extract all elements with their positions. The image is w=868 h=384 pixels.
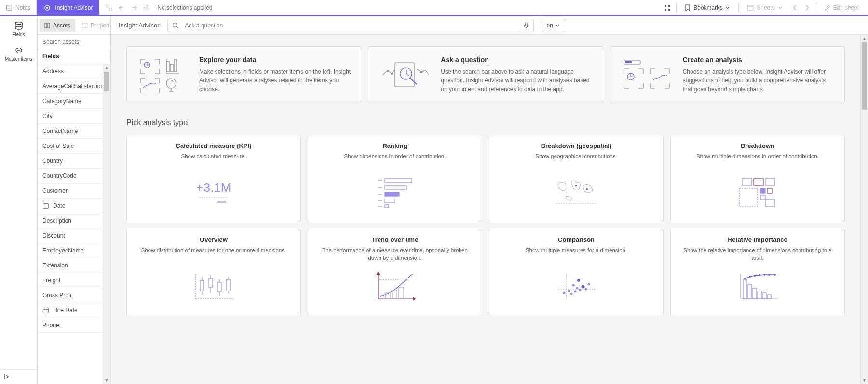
fields-scrollbar[interactable]: ▲ ▼ [103, 64, 110, 384]
analysis-relative[interactable]: Relative importance Show the relative im… [670, 229, 845, 316]
fields-list: AddressAverageCallSatisfactionCategoryNa… [38, 64, 103, 384]
field-item[interactable]: CategoryName [38, 94, 103, 109]
scroll-thumb[interactable] [104, 72, 109, 91]
svg-rect-6 [109, 8, 112, 11]
field-item[interactable]: Description [38, 213, 103, 228]
field-item[interactable]: EmployeeName [38, 243, 103, 258]
nav-fields[interactable]: Fields [0, 16, 37, 41]
search-assets-input[interactable] [38, 35, 110, 49]
analysis-kpi[interactable]: Calculated measure (KPI) Show calculated… [126, 135, 301, 222]
bookmarks-button[interactable]: Bookmarks [679, 1, 735, 14]
intro-create-title: Create an analysis [683, 56, 835, 64]
svg-rect-112 [767, 295, 771, 299]
analysis-ranking-desc: Show dimensions in order of contribution… [316, 152, 474, 168]
field-item[interactable]: Freight [38, 273, 103, 288]
sheets-button[interactable]: Sheets [742, 1, 787, 14]
prev-sheet-button[interactable] [789, 2, 800, 13]
analysis-geospatial[interactable]: Breakdown (geospatial) Show geographical… [489, 135, 664, 222]
svg-point-98 [576, 287, 579, 290]
svg-rect-13 [668, 9, 670, 11]
analysis-breakdown-desc: Show multiple dimensions in order of con… [678, 152, 837, 168]
field-item[interactable]: ContactName [38, 124, 103, 139]
field-item[interactable]: CountryCode [38, 169, 103, 184]
scroll-thumb[interactable] [862, 42, 867, 110]
field-item[interactable]: AverageCallSatisfaction [38, 79, 103, 94]
field-item[interactable]: Hire Date [38, 303, 103, 318]
nav-master-items[interactable]: Master items [0, 41, 37, 66]
edit-sheet-button[interactable]: Edit sheet [819, 1, 864, 14]
svg-rect-46 [625, 61, 632, 63]
database-icon [14, 21, 24, 30]
grid-icon-button[interactable] [662, 2, 673, 13]
field-label: Extension [42, 262, 68, 269]
field-item[interactable]: Cost of Sale [38, 139, 103, 154]
field-item[interactable]: City [38, 109, 103, 124]
svg-rect-0 [7, 5, 12, 10]
field-item[interactable]: Extension [38, 258, 103, 273]
collapse-nav-button[interactable] [0, 369, 37, 384]
content-scrollbar[interactable]: ▲ ▼ [860, 35, 868, 384]
field-item[interactable]: Customer [38, 184, 103, 199]
next-sheet-button[interactable] [801, 2, 813, 13]
insight-advisor-button[interactable]: Insight Advisor [37, 0, 99, 15]
svg-point-113 [744, 278, 746, 279]
analysis-comparison[interactable]: Comparison Show multiple measures for a … [489, 229, 664, 316]
content: Insight Advisor en [111, 16, 868, 384]
svg-point-4 [46, 7, 48, 9]
field-item[interactable]: Date [38, 199, 103, 213]
svg-rect-12 [665, 9, 666, 11]
analysis-relative-title: Relative importance [678, 236, 837, 243]
svg-point-117 [763, 274, 765, 276]
tab-assets[interactable]: Assets [40, 19, 75, 32]
svg-rect-10 [665, 5, 666, 7]
field-label: City [42, 113, 53, 119]
step-back-button[interactable] [116, 2, 127, 13]
field-item[interactable]: Address [38, 64, 103, 79]
scroll-up-button[interactable]: ▲ [103, 64, 110, 72]
svg-point-95 [568, 290, 570, 292]
svg-rect-65 [754, 179, 763, 185]
analysis-overview[interactable]: Overview Show distribution of measures f… [126, 229, 301, 316]
scroll-up-button[interactable]: ▲ [861, 35, 868, 42]
scroll-down-button[interactable]: ▼ [103, 376, 110, 384]
analysis-kpi-title: Calculated measure (KPI) [135, 142, 293, 149]
clear-selections-button[interactable] [141, 2, 152, 13]
bookmark-icon [685, 4, 691, 11]
analysis-ranking[interactable]: Ranking Show dimensions in order of cont… [308, 135, 482, 222]
svg-rect-14 [747, 5, 753, 10]
language-button[interactable]: en [542, 19, 565, 32]
sheets-label: Sheets [757, 4, 774, 11]
svg-rect-39 [395, 63, 414, 87]
field-label: ContactName [42, 128, 78, 134]
analysis-trend-desc: The performance of a measure over time, … [316, 246, 474, 262]
ask-question-input[interactable] [183, 22, 519, 29]
analysis-trend-title: Trend over time [316, 236, 474, 243]
top-bar: Notes Insight Advisor No selections appl… [0, 0, 868, 15]
svg-rect-75 [200, 280, 204, 291]
field-item[interactable]: Discount [38, 228, 103, 243]
field-label: AverageCallSatisfaction [42, 83, 103, 90]
lang-label: en [547, 22, 553, 29]
link-icon [14, 46, 23, 54]
field-item[interactable]: Phone [38, 318, 103, 333]
field-item[interactable]: Country [38, 154, 103, 169]
microphone-button[interactable] [519, 19, 533, 32]
kpi-viz: +3.1M [135, 173, 293, 212]
step-forward-button[interactable] [128, 2, 140, 13]
comparison-viz [497, 267, 655, 306]
svg-point-62 [575, 185, 577, 186]
svg-point-44 [421, 72, 422, 73]
nav-master-items-label: Master items [5, 56, 32, 62]
field-label: Description [42, 217, 71, 224]
intro-card-explore: Explore your data Make selections in fie… [126, 46, 361, 103]
smart-search-button[interactable] [103, 2, 115, 13]
field-item[interactable]: Gross Profit [38, 288, 103, 303]
analysis-breakdown[interactable]: Breakdown Show multiple dimensions in or… [670, 135, 845, 222]
analysis-trend[interactable]: Trend over time The performance of a mea… [308, 229, 482, 316]
analysis-overview-desc: Show distribution of measures for one or… [135, 246, 293, 262]
scroll-down-button[interactable]: ▼ [861, 376, 868, 384]
assets-header: Assets Properties [38, 16, 110, 35]
field-label: EmployeeName [42, 247, 83, 254]
notes-button[interactable]: Notes [0, 0, 37, 15]
assets-icon [44, 23, 50, 28]
